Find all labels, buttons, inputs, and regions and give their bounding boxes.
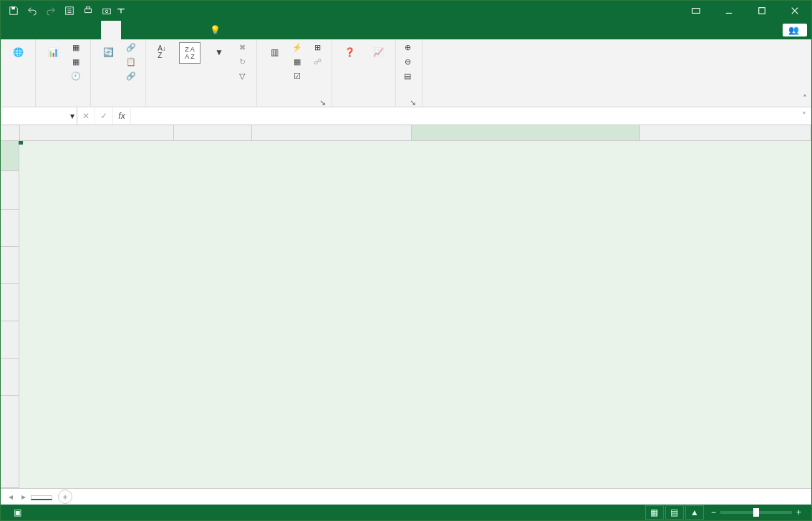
page-break-button[interactable]: ▲ bbox=[685, 505, 704, 520]
view-buttons: ▦ ▤ ▲ bbox=[645, 505, 704, 520]
col-header-B[interactable] bbox=[174, 125, 252, 141]
ungroup-icon: ⊖ bbox=[402, 56, 413, 67]
accept-formula-button[interactable]: ✓ bbox=[95, 107, 113, 125]
properties-button[interactable]: 📋 bbox=[124, 55, 141, 68]
tab-data[interactable] bbox=[101, 21, 121, 39]
undo-icon[interactable] bbox=[24, 3, 41, 19]
svg-rect-4 bbox=[103, 9, 111, 14]
ungroup-button[interactable]: ⊖ bbox=[400, 55, 417, 68]
collapse-ribbon-icon[interactable]: ˄ bbox=[803, 94, 807, 104]
cancel-formula-button[interactable]: ✕ bbox=[77, 107, 95, 125]
save-icon[interactable] bbox=[5, 3, 22, 19]
remove-dups-button[interactable]: ▦ bbox=[290, 55, 307, 68]
relationships-button[interactable]: ☍ bbox=[310, 55, 327, 68]
text-to-columns-button[interactable]: ▥ bbox=[261, 41, 287, 65]
dialog-launcher-icon[interactable]: ↘ bbox=[319, 98, 326, 105]
new-query-button[interactable]: 📊 bbox=[40, 41, 66, 65]
touch-mode-icon[interactable] bbox=[61, 3, 78, 19]
tell-me-search[interactable]: 💡 bbox=[210, 21, 223, 39]
recent-icon: 🕘 bbox=[70, 70, 82, 82]
qat-customize-icon[interactable] bbox=[117, 3, 125, 19]
group-button[interactable]: ⊕ bbox=[400, 41, 417, 54]
what-if-button[interactable]: ❓ bbox=[337, 41, 362, 65]
zoom-in-button[interactable]: + bbox=[796, 507, 801, 517]
add-sheet-button[interactable]: ＋ bbox=[58, 490, 72, 504]
advanced-button[interactable]: ▽ bbox=[235, 69, 252, 82]
sort-button[interactable]: Z AA Z bbox=[176, 41, 203, 67]
subtotal-button[interactable]: ▤ bbox=[400, 69, 417, 82]
flash-fill-button[interactable]: ⚡ bbox=[290, 41, 307, 54]
row-header-8[interactable] bbox=[1, 396, 19, 488]
row-header-2[interactable] bbox=[1, 171, 19, 210]
sheet-nav-first[interactable]: ◂ bbox=[5, 491, 16, 502]
normal-view-button[interactable]: ▦ bbox=[645, 505, 664, 520]
formula-input[interactable] bbox=[131, 107, 797, 125]
col-header-C[interactable] bbox=[252, 125, 412, 141]
row-header-7[interactable] bbox=[1, 359, 19, 396]
spreadsheet-grid bbox=[1, 125, 811, 488]
data-validation-button[interactable]: ☑ bbox=[290, 69, 307, 82]
reapply-button[interactable]: ↻ bbox=[235, 55, 252, 68]
minimize-button[interactable] bbox=[712, 1, 745, 21]
get-external-data-button[interactable]: 🌐 bbox=[5, 41, 31, 65]
row-header-1[interactable] bbox=[1, 141, 19, 171]
consolidate-button[interactable]: ⊞ bbox=[310, 41, 327, 54]
show-queries-button[interactable]: ▦ bbox=[69, 41, 86, 54]
refresh-all-button[interactable]: 🔄 bbox=[95, 41, 121, 65]
camera-icon[interactable] bbox=[98, 3, 115, 19]
insert-function-button[interactable]: fx bbox=[113, 107, 131, 125]
sheet-tab-bar: ◂ ▸ ＋ bbox=[1, 488, 811, 505]
row-header-5[interactable] bbox=[1, 284, 19, 321]
tab-review[interactable] bbox=[121, 21, 141, 39]
cell-area[interactable] bbox=[19, 141, 811, 488]
from-table-button[interactable]: ▦ bbox=[69, 55, 86, 68]
tab-baidu[interactable] bbox=[181, 21, 201, 39]
col-header-D[interactable] bbox=[412, 125, 640, 141]
clear-filter-button[interactable]: ✖ bbox=[235, 41, 252, 54]
tab-view[interactable] bbox=[141, 21, 161, 39]
ribbon-options-icon[interactable] bbox=[680, 1, 712, 21]
sort-az-button[interactable]: A↓Z bbox=[150, 41, 173, 64]
maximize-button[interactable] bbox=[745, 1, 778, 21]
group-label: ↘ bbox=[261, 104, 327, 107]
flash-fill-icon: ⚡ bbox=[291, 42, 303, 53]
page-layout-button[interactable]: ▤ bbox=[665, 505, 684, 520]
print-preview-icon[interactable] bbox=[79, 3, 97, 19]
redo-icon[interactable] bbox=[42, 3, 59, 19]
col-header-A[interactable] bbox=[20, 125, 174, 141]
sort-az-icon: A↓Z bbox=[152, 42, 172, 62]
close-button[interactable] bbox=[778, 1, 811, 21]
tab-file[interactable] bbox=[1, 21, 21, 39]
dialog-launcher-icon[interactable]: ↘ bbox=[409, 98, 416, 105]
col-header-E[interactable] bbox=[640, 125, 811, 141]
validation-icon: ☑ bbox=[291, 70, 303, 82]
filter-button[interactable]: ▼ bbox=[206, 41, 232, 65]
name-box[interactable]: ▾ bbox=[1, 107, 77, 125]
tab-layout[interactable] bbox=[61, 21, 81, 39]
row-header-6[interactable] bbox=[1, 321, 19, 359]
tab-developer[interactable] bbox=[161, 21, 181, 39]
expand-formula-bar-icon[interactable]: ˅ bbox=[797, 107, 811, 125]
chevron-down-icon[interactable]: ▾ bbox=[70, 111, 74, 121]
forecast-sheet-button[interactable]: 📈 bbox=[365, 41, 391, 65]
tab-home[interactable] bbox=[21, 21, 41, 39]
row-header-3[interactable] bbox=[1, 210, 19, 247]
macro-record-icon[interactable]: ▣ bbox=[14, 507, 21, 517]
svg-rect-6 bbox=[692, 9, 700, 14]
share-button[interactable]: 👥 bbox=[783, 24, 807, 36]
sheet-tab[interactable] bbox=[31, 495, 52, 500]
group-label bbox=[95, 104, 141, 107]
edit-links-button[interactable]: 🔗 bbox=[124, 69, 141, 82]
tab-insert[interactable] bbox=[41, 21, 61, 39]
select-all-corner[interactable] bbox=[1, 125, 20, 141]
zoom-out-button[interactable]: − bbox=[711, 507, 716, 517]
row-area bbox=[1, 141, 811, 488]
refresh-icon: 🔄 bbox=[98, 42, 118, 62]
tab-formulas[interactable] bbox=[81, 21, 101, 39]
connections-button[interactable]: 🔗 bbox=[124, 41, 141, 54]
sheet-nav-last[interactable]: ▸ bbox=[18, 491, 29, 502]
row-header-4[interactable] bbox=[1, 247, 19, 284]
properties-icon: 📋 bbox=[125, 56, 137, 67]
zoom-slider[interactable] bbox=[720, 511, 792, 514]
recent-sources-button[interactable]: 🕘 bbox=[69, 69, 86, 82]
